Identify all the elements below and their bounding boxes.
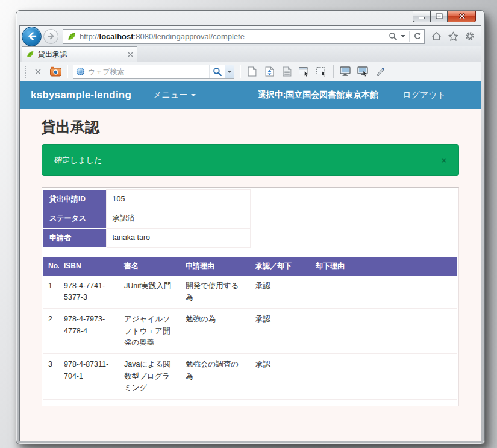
search-magnifier-icon[interactable]: [209, 65, 225, 78]
toolbar-drag-handle[interactable]: [25, 66, 27, 78]
menu-caret-icon: [191, 94, 196, 96]
app-navbar: ksbysample-lending メニュー 選択中:国立国会図書館東京本館 …: [20, 81, 481, 109]
selected-library-label: 選択中:国立国会図書館東京本館: [258, 90, 379, 101]
cell-no: 1: [43, 276, 59, 309]
toolbar-separator: [67, 65, 67, 78]
column-header-reject-reason: 却下理由: [311, 257, 457, 276]
cell-reason: 勉強の為: [181, 309, 251, 354]
tab-title: 貸出承認: [38, 49, 124, 60]
page-title: 貸出承認: [42, 118, 459, 137]
alert-close-icon[interactable]: ×: [442, 156, 446, 165]
addon-toolbar: [20, 62, 481, 81]
tab-favicon-leaf-icon: [26, 50, 34, 58]
app-brand[interactable]: ksbysample-lending: [31, 89, 131, 101]
web-search-input[interactable]: [88, 68, 209, 76]
browser-window: http://localhost:8080/lendingapproval/co…: [16, 10, 485, 444]
forward-button[interactable]: [43, 29, 58, 44]
title-bar[interactable]: [16, 11, 484, 25]
divider: [409, 31, 410, 42]
table-row: 貸出申請ID 105: [43, 190, 251, 209]
web-search-box[interactable]: [73, 65, 234, 79]
cell-isbn: 978-4-7973-4778-4: [59, 309, 119, 354]
cell-reject-reason: [311, 276, 457, 309]
cell-approve: 承認: [251, 354, 311, 399]
cell-title: JUnit実践入門: [119, 276, 181, 309]
cell-no: 3: [43, 354, 59, 399]
screenshot-camera-icon[interactable]: [49, 65, 61, 78]
cell-title: アジャイルソフトウェア開発の奥義: [119, 309, 181, 354]
table-row: 1 978-4-7741-5377-3 JUnit実践入門 開発で使用する為 承…: [43, 276, 457, 309]
success-alert: 確定しました ×: [42, 144, 459, 176]
url-search-icon[interactable]: [389, 32, 397, 40]
info-value: 承認済: [106, 209, 251, 228]
select-region-icon[interactable]: [316, 65, 328, 78]
toolbar-close-icon[interactable]: [32, 65, 44, 78]
column-header-title: 書名: [119, 257, 181, 276]
pen-tool-icon[interactable]: [374, 65, 386, 78]
page-sync-icon[interactable]: [263, 65, 275, 78]
column-header-approve: 承認／却下: [251, 257, 311, 276]
new-page-icon[interactable]: [246, 65, 258, 78]
info-label: 貸出申請ID: [43, 190, 106, 209]
close-icon: [458, 13, 466, 19]
globe-icon: [76, 67, 85, 76]
column-header-no: No.: [43, 257, 59, 276]
url-text: http://localhost:8080/lendingapproval/co…: [80, 32, 245, 41]
table-row: 2 978-4-7973-4778-4 アジャイルソフトウェア開発の奥義 勉強の…: [43, 309, 457, 354]
table-row: 3 978-4-87311-704-1 Javaによる関数型プログラミング 勉強…: [43, 354, 457, 399]
select-window-icon[interactable]: [298, 65, 310, 78]
page-document-icon[interactable]: [281, 65, 293, 78]
favorites-star-icon[interactable]: [448, 31, 458, 41]
toolbar-separator: [240, 65, 240, 78]
close-button[interactable]: [448, 11, 476, 22]
settings-gear-icon[interactable]: [465, 31, 475, 41]
page-viewport: ksbysample-lending メニュー 選択中:国立国会図書館東京本館 …: [20, 81, 481, 441]
cell-isbn: 978-4-7741-5377-3: [59, 276, 119, 309]
home-icon[interactable]: [431, 31, 442, 41]
info-label: ステータス: [43, 209, 106, 228]
cell-no: 2: [43, 309, 59, 354]
minimize-button[interactable]: [413, 11, 430, 22]
search-dropdown-caret-icon[interactable]: [225, 65, 234, 78]
monitor-icon[interactable]: [339, 65, 351, 78]
logout-link[interactable]: ログアウト: [402, 90, 446, 101]
application-info-table: 貸出申請ID 105 ステータス 承認済 申請者 tanaka taro: [43, 189, 251, 248]
back-button[interactable]: [22, 27, 42, 46]
site-favicon-leaf-icon: [67, 31, 77, 41]
info-value: 105: [106, 190, 251, 209]
toolbar-separator: [333, 65, 334, 78]
approval-detail-table: No. ISBN 書名 申請理由 承認／却下 却下理由 1 97: [43, 257, 457, 400]
result-panel: 貸出申請ID 105 ステータス 承認済 申請者 tanaka taro: [42, 187, 459, 406]
address-bar-row: http://localhost:8080/lendingapproval/co…: [20, 26, 481, 46]
alert-message: 確定しました: [54, 155, 102, 166]
table-row: 申請者 tanaka taro: [43, 228, 251, 247]
cell-reject-reason: [311, 309, 457, 354]
url-field[interactable]: http://localhost:8080/lendingapproval/co…: [63, 29, 425, 44]
cell-approve: 承認: [251, 309, 311, 354]
monitor-select-icon[interactable]: [357, 65, 369, 78]
maximize-icon: [436, 13, 443, 19]
cell-title: Javaによる関数型プログラミング: [119, 354, 181, 399]
cell-isbn: 978-4-87311-704-1: [59, 354, 119, 399]
refresh-icon[interactable]: [413, 32, 422, 40]
cell-reason: 開発で使用する為: [181, 276, 251, 309]
cell-reason: 勉強会の調査の為: [181, 354, 251, 399]
menu-dropdown[interactable]: メニュー: [153, 90, 196, 101]
forward-arrow-icon: [47, 32, 55, 40]
table-row: ステータス 承認済: [43, 209, 251, 228]
url-dropdown-caret-icon[interactable]: [401, 35, 405, 37]
back-arrow-icon: [27, 31, 37, 42]
tab-close-icon[interactable]: [128, 52, 133, 57]
maximize-button[interactable]: [430, 11, 448, 22]
cell-approve: 承認: [251, 276, 311, 309]
minimize-icon: [419, 14, 425, 19]
cell-reject-reason: [311, 354, 457, 399]
tab-lending-approval[interactable]: 貸出承認: [22, 46, 137, 62]
column-header-reason: 申請理由: [181, 257, 251, 276]
table-header-row: No. ISBN 書名 申請理由 承認／却下 却下理由: [43, 257, 457, 276]
info-value: tanaka taro: [106, 228, 251, 247]
info-label: 申請者: [43, 228, 106, 247]
page-content: 貸出承認 確定しました × 貸出申請ID 105 ステータス: [20, 109, 481, 441]
tab-strip: 貸出承認: [20, 46, 481, 62]
column-header-isbn: ISBN: [59, 257, 119, 276]
